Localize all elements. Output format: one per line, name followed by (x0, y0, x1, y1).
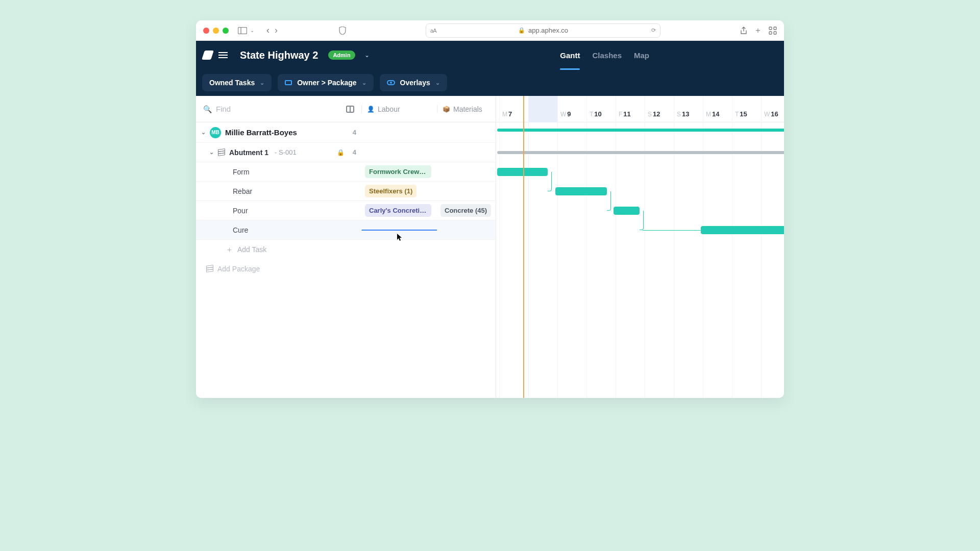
task-row-rebar[interactable]: Rebar Steelfixers (1) (196, 182, 496, 201)
svg-rect-2 (769, 27, 772, 30)
filter-toolbar: Owned Tasks⌄ Owner > Package⌄ Overlays⌄ (196, 69, 784, 96)
maximize-window-icon[interactable] (223, 28, 229, 34)
main-area: 🔍 👤 Labour 📦 Materials ⌄ (196, 96, 784, 398)
address-bar[interactable]: aA 🔒 app.aphex.co ⟳ (426, 23, 660, 38)
refresh-icon[interactable]: ⟳ (651, 27, 656, 34)
timeline-day[interactable]: F11 (619, 96, 631, 122)
owner-name: Millie Barratt-Boyes (225, 128, 297, 137)
expand-owner-icon[interactable]: ⌄ (201, 129, 206, 136)
back-button[interactable]: ‹ (266, 25, 270, 36)
materials-column-header[interactable]: 📦 Materials (437, 105, 496, 113)
timeline-panel[interactable]: M7T8W9T10F11S12S13M14T15W16 (496, 96, 784, 398)
role-badge: Admin (328, 51, 355, 60)
app-header: State Highway 2 Admin ⌄ Gantt Clashes Ma… (196, 41, 784, 69)
timeline-day[interactable]: T15 (735, 96, 747, 122)
dependency-link (640, 211, 644, 230)
columns-toggle-icon[interactable] (346, 106, 354, 113)
person-icon: 👤 (367, 106, 375, 113)
gridline (732, 96, 732, 398)
tab-clashes[interactable]: Clashes (592, 41, 622, 69)
package-code: - S-001 (275, 148, 297, 156)
svg-rect-0 (238, 27, 247, 34)
owned-tasks-filter[interactable]: Owned Tasks⌄ (202, 74, 272, 91)
svg-rect-5 (774, 32, 776, 34)
task-tree: ⌄ MB Millie Barratt-Boyes 4 ⌄ Abutment 1… (196, 122, 496, 398)
close-window-icon[interactable] (203, 28, 209, 34)
project-dropdown-icon[interactable]: ⌄ (364, 52, 370, 59)
search-input[interactable] (216, 105, 342, 113)
gridline (761, 96, 762, 398)
column-headers: 🔍 👤 Labour 📦 Materials (196, 96, 496, 122)
gridline (528, 96, 529, 398)
gantt-bar-rebar[interactable] (555, 187, 607, 195)
timeline-day[interactable]: W9 (560, 96, 571, 122)
labour-tag[interactable]: Steelfixers (1) (365, 185, 416, 197)
package-name: Abutment 1 (229, 148, 268, 157)
tabs-overview-icon[interactable] (769, 26, 777, 36)
labour-cell-editing[interactable] (361, 230, 437, 231)
timeline-day[interactable]: S12 (648, 96, 660, 122)
chevron-down-icon: ⌄ (362, 80, 366, 86)
gantt-bar-pour[interactable] (614, 207, 640, 215)
svg-rect-3 (774, 27, 776, 30)
find-column: 🔍 (196, 105, 361, 113)
package-row[interactable]: ⌄ Abutment 1 - S-001 🔒 4 (196, 143, 496, 162)
sidebar-dropdown-icon[interactable]: ⌄ (250, 28, 254, 33)
add-package-button[interactable]: Add Package (196, 259, 496, 279)
minimize-window-icon[interactable] (213, 28, 219, 34)
labour-tag[interactable]: Carly's Concreting Cre (365, 204, 431, 217)
tab-map[interactable]: Map (634, 41, 649, 69)
share-icon[interactable] (740, 26, 747, 36)
browser-titlebar: ⌄ ‹ › aA 🔒 app.aphex.co ⟳ + (196, 20, 784, 41)
timeline-day[interactable]: M14 (706, 96, 719, 122)
owner-task-count: 4 (353, 129, 356, 136)
search-icon: 🔍 (203, 105, 212, 113)
task-name: Pour (233, 207, 248, 215)
labour-tag[interactable]: Formwork Crew 1 (1) (365, 165, 431, 178)
svg-rect-4 (769, 32, 772, 34)
timeline-day[interactable]: W16 (764, 96, 778, 122)
task-row-cure[interactable]: Cure (196, 220, 496, 240)
sidebar-toggle-icon[interactable] (238, 27, 247, 34)
owner-summary-bar[interactable] (497, 129, 784, 132)
main-tabs: Gantt Clashes Map (560, 41, 649, 69)
task-row-form[interactable]: Form Formwork Crew 1 (1) (196, 162, 496, 182)
window-controls (203, 28, 229, 34)
gridline (616, 96, 616, 398)
task-row-pour[interactable]: Pour Carly's Concreting Cre Concrete (45… (196, 201, 496, 220)
gantt-bar-cure[interactable] (701, 226, 784, 234)
timeline-day[interactable]: S13 (677, 96, 689, 122)
new-tab-icon[interactable]: + (755, 26, 761, 36)
package-lock-icon: 🔒 (337, 149, 345, 156)
task-name: Form (233, 168, 250, 176)
gridline (499, 96, 500, 398)
tab-gantt[interactable]: Gantt (560, 41, 580, 69)
owner-row[interactable]: ⌄ MB Millie Barratt-Boyes 4 (196, 122, 496, 143)
dependency-link (548, 172, 552, 191)
dependency-link (643, 230, 701, 231)
gridline (586, 96, 587, 398)
gridline (674, 96, 674, 398)
labour-column-header[interactable]: 👤 Labour (361, 105, 437, 113)
shield-icon[interactable] (339, 27, 346, 35)
timeline-day[interactable]: T10 (590, 96, 602, 122)
gridline (557, 96, 558, 398)
expand-package-icon[interactable]: ⌄ (209, 149, 214, 156)
package-summary-bar[interactable] (497, 151, 784, 154)
forward-button[interactable]: › (275, 25, 278, 36)
app-logo-icon[interactable] (202, 51, 214, 60)
menu-icon[interactable] (218, 52, 228, 58)
box-icon: 📦 (443, 106, 450, 113)
timeline-day[interactable]: M7 (502, 96, 512, 122)
browser-window: ⌄ ‹ › aA 🔒 app.aphex.co ⟳ + (196, 20, 784, 398)
materials-tag[interactable]: Concrete (45) (440, 204, 491, 217)
dependency-link (607, 191, 611, 211)
add-task-button[interactable]: ＋ Add Task (196, 240, 496, 259)
project-title: State Highway 2 (240, 49, 318, 61)
package-icon (218, 149, 225, 156)
overlays-filter[interactable]: Overlays⌄ (380, 74, 447, 91)
reader-icon[interactable]: aA (430, 28, 436, 34)
grouping-filter[interactable]: Owner > Package⌄ (278, 74, 373, 91)
gantt-bar-form[interactable] (497, 168, 548, 176)
lock-icon: 🔒 (518, 27, 525, 34)
